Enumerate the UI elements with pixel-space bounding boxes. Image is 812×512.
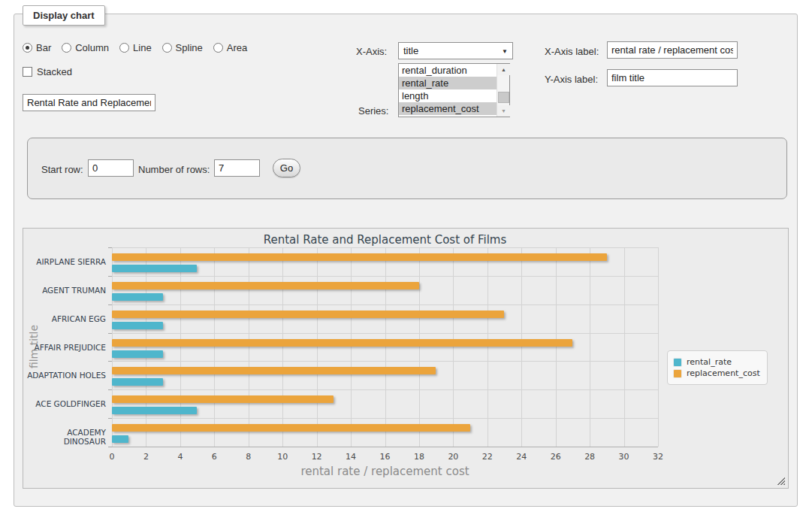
x-tick-label-30: 30 [611, 452, 637, 462]
chart-type-radio-spline[interactable]: Spline [162, 42, 203, 53]
gridline-h-0 [112, 247, 658, 248]
series-options: rental_durationrental_ratelengthreplacem… [399, 64, 497, 117]
radio-label: Bar [36, 42, 51, 53]
bar-replacement_cost-0[interactable] [112, 253, 607, 261]
x-axis-title: rental rate / replacement cost [112, 465, 658, 478]
x-tick-label-18: 18 [406, 452, 432, 462]
bar-rental_rate-3[interactable] [112, 350, 163, 358]
legend-label-replacement-cost: replacement_cost [687, 368, 760, 378]
bar-rental_rate-0[interactable] [112, 265, 197, 272]
radio-label: Column [75, 42, 109, 53]
start-row-input[interactable] [88, 159, 134, 177]
number-of-rows-label: Number of rows: [138, 164, 210, 175]
page: Display chart BarColumnLineSplineArea St… [0, 0, 812, 512]
gridline-h-6 [112, 418, 658, 419]
bar-rental_rate-2[interactable] [112, 322, 163, 329]
radio-icon[interactable] [162, 43, 172, 53]
y-axis-label-input[interactable] [607, 69, 738, 86]
y-axis-tick-1 [108, 276, 112, 277]
x-tick-label-2: 2 [133, 452, 158, 462]
gridline-v-28 [590, 247, 590, 447]
series-option-rental_duration[interactable]: rental_duration [399, 64, 497, 77]
x-axis-label-input[interactable] [607, 41, 738, 59]
gridline-v-0 [112, 247, 113, 447]
chart-type-radio-group: BarColumnLineSplineArea [23, 42, 247, 53]
legend-label-rental-rate: rental_rate [687, 357, 732, 367]
go-button[interactable]: Go [273, 159, 300, 177]
chart-legend: rental_rate replacement_cost [667, 350, 768, 385]
bar-replacement_cost-1[interactable] [112, 282, 419, 289]
bar-replacement_cost-4[interactable] [112, 367, 436, 374]
x-axis-select-label: X-Axis: [356, 46, 387, 57]
chart-type-radio-bar[interactable]: Bar [23, 42, 51, 53]
chart-title-input[interactable] [23, 94, 155, 111]
x-axis-select[interactable]: title ▼ [398, 42, 513, 59]
category-label-5: ACE GOLDFINGER [23, 399, 106, 408]
series-listbox[interactable]: rental_durationrental_ratelengthreplacem… [398, 63, 510, 117]
radio-icon[interactable] [23, 43, 32, 53]
bar-rental_rate-6[interactable] [112, 435, 128, 443]
series-option-rental_rate[interactable]: rental_rate [399, 77, 497, 89]
x-tick-label-22: 22 [475, 452, 500, 462]
chart-type-radio-area[interactable]: Area [213, 42, 247, 53]
series-option-length[interactable]: length [399, 89, 497, 102]
start-row-label: Start row: [41, 164, 83, 175]
gridline-v-16 [385, 247, 386, 447]
stacked-row: Stacked [23, 66, 72, 77]
gridline-h-2 [112, 304, 658, 305]
scroll-up-icon[interactable]: ▲ [497, 64, 510, 75]
x-tick-label-28: 28 [577, 452, 602, 462]
x-tick-label-8: 8 [236, 452, 261, 462]
bar-replacement_cost-2[interactable] [112, 311, 504, 318]
series-label: Series: [358, 105, 388, 117]
bar-rental_rate-1[interactable] [112, 293, 163, 301]
bar-rental_rate-5[interactable] [112, 407, 197, 414]
category-label-3: AFFAIR PREJUDICE [23, 343, 106, 352]
x-tick-label-6: 6 [201, 452, 227, 462]
series-option-replacement_cost[interactable]: replacement_cost [399, 102, 497, 115]
legend-item-rental-rate[interactable]: rental_rate [673, 357, 760, 367]
stacked-label: Stacked [37, 66, 72, 77]
scrollbar-thumb[interactable] [498, 92, 509, 103]
gridline-v-14 [351, 247, 352, 447]
gridline-v-30 [624, 247, 625, 447]
chart-container: Rental Rate and Replacement Cost of Film… [23, 228, 789, 489]
category-label-0: AIRPLANE SIERRA [23, 257, 106, 266]
radio-icon[interactable] [62, 43, 71, 53]
x-tick-label-32: 32 [645, 452, 671, 462]
scroll-down-icon[interactable]: ▼ [497, 105, 510, 117]
bar-replacement_cost-6[interactable] [112, 424, 470, 432]
x-tick-label-4: 4 [168, 452, 193, 462]
chart-title: Rental Rate and Replacement Cost of Film… [112, 233, 658, 247]
resize-handle-icon[interactable] [777, 477, 785, 485]
chart-type-radio-column[interactable]: Column [62, 42, 109, 53]
legend-swatch-replacement-cost [673, 369, 682, 378]
legend-item-replacement-cost[interactable]: replacement_cost [673, 368, 760, 378]
fieldset-legend: Display chart [23, 5, 105, 26]
gridline-h-4 [112, 361, 658, 362]
gridline-v-20 [453, 247, 454, 447]
category-label-4: ADAPTATION HOLES [23, 371, 106, 380]
radio-label: Line [133, 42, 152, 53]
radio-icon[interactable] [119, 43, 129, 53]
category-label-1: AGENT TRUMAN [23, 286, 106, 295]
x-tick-label-0: 0 [99, 452, 125, 462]
number-of-rows-input[interactable] [214, 159, 260, 177]
bar-rental_rate-4[interactable] [112, 378, 163, 386]
radio-icon[interactable] [213, 43, 223, 53]
chart-type-radio-line[interactable]: Line [119, 42, 152, 53]
stacked-checkbox[interactable] [23, 67, 32, 77]
chevron-down-icon: ▼ [502, 48, 508, 55]
x-axis-label-field-label: X-Axis label: [545, 46, 599, 57]
gridline-v-26 [556, 247, 557, 447]
x-tick-label-24: 24 [509, 452, 534, 462]
y-axis-tick-4 [108, 361, 112, 362]
bar-replacement_cost-5[interactable] [112, 395, 334, 403]
bar-replacement_cost-3[interactable] [112, 339, 572, 347]
y-axis-tick-6 [108, 418, 112, 419]
radio-label: Spline [176, 42, 203, 53]
gridline-v-12 [317, 247, 318, 447]
gridline-v-18 [419, 247, 420, 447]
listbox-scrollbar[interactable]: ▲ ▼ [497, 64, 509, 117]
radio-label: Area [227, 42, 247, 53]
